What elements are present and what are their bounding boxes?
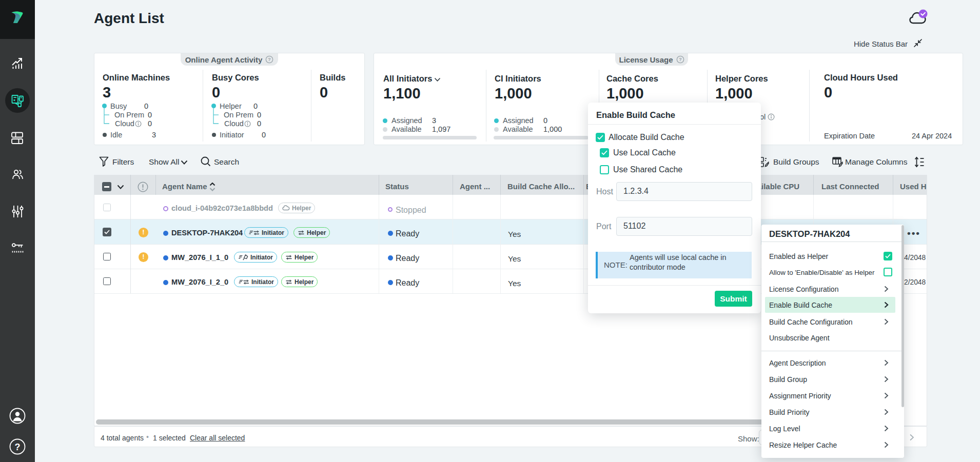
svg-text:?: ?	[15, 442, 21, 452]
svg-text:?: ?	[268, 56, 271, 62]
svg-text:?: ?	[679, 56, 682, 62]
